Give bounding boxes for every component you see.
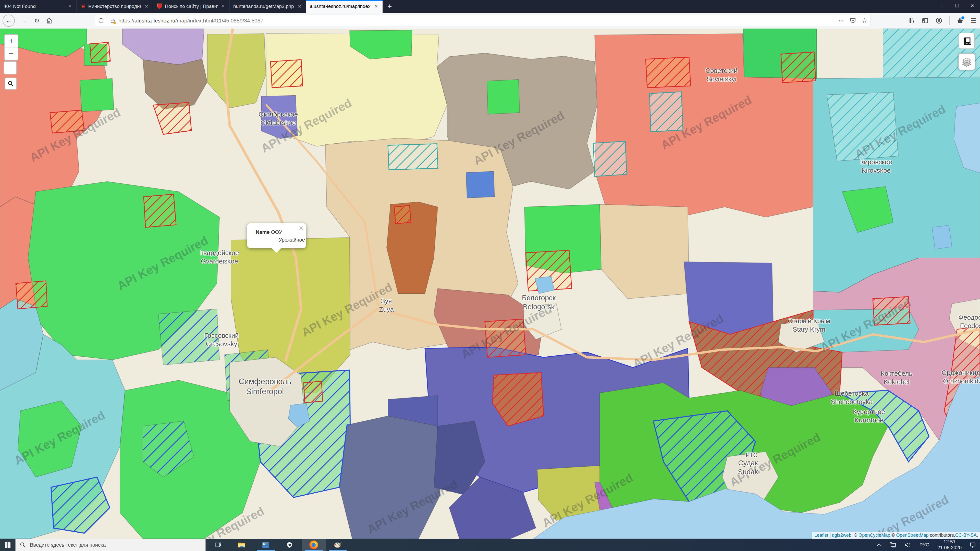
action-center-icon: [970, 542, 976, 548]
map-city-label: РТС: [746, 451, 758, 459]
paint-palette-icon: [334, 541, 342, 549]
license-link[interactable]: CC-BY-SA: [955, 533, 977, 538]
notification-dot: [961, 16, 964, 19]
speaker-icon: [905, 542, 912, 548]
tab-close-icon[interactable]: ✕: [144, 3, 149, 10]
popup-content: Name ООУ Урожайное: [247, 223, 306, 244]
map-city-label: ОктябрьскоеOktiabrskoe: [259, 110, 298, 127]
layers-control-button[interactable]: [958, 53, 975, 70]
layers-icon: [962, 57, 972, 67]
tab-title: министерство природных рес: [88, 3, 141, 9]
popup-field-value2: Урожайное: [256, 236, 306, 244]
search-icon: [7, 80, 14, 87]
gear-icon: [286, 541, 293, 548]
paint-taskbar-button[interactable]: [326, 539, 350, 551]
tab-close-icon[interactable]: ✕: [297, 3, 302, 10]
measure-control-button[interactable]: [959, 33, 975, 49]
firefox-taskbar-button[interactable]: [302, 539, 326, 551]
windows-taskbar: Введите здесь текст для поиска РУС 12:51…: [0, 539, 980, 551]
map-city-label: Старый КрымStary Krym: [788, 317, 830, 333]
popup-field-label: Name: [256, 229, 269, 235]
measure-ruler-icon: [963, 37, 971, 45]
map-city-label: ГвардейскоеGvardeiskoe: [200, 249, 239, 265]
leaflet-map[interactable]: API Key RequiredAPI Key RequiredAPI Key …: [0, 29, 980, 539]
tab-hunterlands[interactable]: hunterlands.ru/getMap2.php ✕: [230, 0, 306, 13]
tab-site-search[interactable]: Поиск по сайту | Правительст ✕: [153, 0, 230, 13]
map-city-label: ГрэсовскийGresovsky: [204, 331, 239, 348]
tab-close-icon[interactable]: ✕: [220, 3, 226, 10]
settings-button[interactable]: [278, 539, 302, 551]
map-city-label: КоктебельKoktebel: [881, 369, 912, 386]
library-icon[interactable]: [908, 17, 915, 24]
feature-popup[interactable]: ✕ Name ООУ Урожайное: [247, 223, 306, 248]
chevron-up-icon: [877, 543, 882, 547]
browser-nav-toolbar: ← → ↻ https://alushta-leshoz.ru/map/inde…: [0, 13, 980, 29]
app-blue-tile-button[interactable]: [254, 539, 278, 551]
new-tab-button[interactable]: +: [383, 0, 396, 13]
home-button[interactable]: [46, 17, 52, 24]
start-button[interactable]: [0, 539, 15, 551]
search-control-button[interactable]: [5, 78, 17, 90]
back-button[interactable]: ←: [3, 14, 15, 27]
map-regions-svg[interactable]: [0, 29, 980, 539]
map-city-label: КурортноеKurortnoe: [853, 408, 885, 424]
yandex-favicon-icon: Я: [80, 3, 86, 9]
page-actions-icon[interactable]: •••: [838, 19, 844, 23]
popup-close-button[interactable]: ✕: [299, 225, 304, 232]
popup-tail: [272, 248, 281, 253]
tab-title: hunterlands.ru/getMap2.php: [233, 3, 294, 9]
account-icon[interactable]: [935, 17, 942, 24]
language-indicator[interactable]: РУС: [915, 539, 933, 551]
taskbar-search-placeholder: Введите здесь текст для поиска: [30, 542, 106, 548]
zoom-out-button[interactable]: −: [5, 48, 18, 60]
action-center-button[interactable]: [966, 539, 980, 551]
task-view-button[interactable]: [206, 539, 230, 551]
file-explorer-button[interactable]: [230, 539, 254, 551]
volume-tray-button[interactable]: [900, 539, 915, 551]
map-attribution: Leaflet | qgis2web, © OpenCycleMap,© Ope…: [812, 532, 980, 539]
hamburger-menu-icon[interactable]: ☰: [970, 17, 977, 25]
task-view-icon: [215, 541, 221, 548]
minimize-button[interactable]: ─: [934, 3, 950, 9]
taskbar-search-input[interactable]: Введите здесь текст для поиска: [15, 539, 206, 551]
tab-title: Поиск по сайту | Правительст: [165, 3, 218, 9]
tab-alushta-leshoz-active[interactable]: alushta-leshoz.ru/map/index.html ✕: [306, 0, 383, 13]
url-text: https://alushta-leshoz.ru/map/index.html…: [118, 17, 838, 24]
map-city-label: КировскоеKirovskoe: [860, 158, 892, 175]
tab-title: alushta-leshoz.ru/map/index.html: [310, 3, 371, 9]
qgis2web-link[interactable]: qgis2web: [832, 533, 851, 538]
zoom-in-button[interactable]: +: [5, 35, 18, 48]
windows-logo-icon: [5, 542, 11, 548]
opencyclemap-link[interactable]: OpenCycleMap: [859, 533, 890, 538]
openstreetmap-link[interactable]: OpenStreetMap: [896, 533, 929, 538]
map-city-label: ЩебетовкаShchebetovka: [831, 389, 873, 406]
legend-toggle-button[interactable]: [3, 61, 17, 75]
search-icon: [20, 542, 26, 548]
close-window-button[interactable]: ✕: [965, 3, 980, 9]
reload-button[interactable]: ↻: [34, 17, 39, 24]
map-city-label: ФеодосияFeodosia: [958, 313, 980, 330]
pocket-icon[interactable]: [850, 17, 856, 24]
tab-title: 404 Not Found: [3, 3, 65, 9]
tab-close-icon[interactable]: ✕: [373, 3, 379, 10]
maximize-button[interactable]: ☐: [950, 3, 965, 9]
tab-close-icon[interactable]: ✕: [67, 3, 73, 10]
popup-field-value: ООУ: [271, 229, 282, 235]
map-city-label: СудакSudak: [738, 458, 758, 476]
tab-404-not-found[interactable]: 404 Not Found ✕: [0, 0, 76, 13]
tray-expand-button[interactable]: [873, 539, 886, 551]
taskbar-clock[interactable]: 12:51 21.08.2020: [933, 539, 966, 551]
map-city-label: ОрджоникидзеOrdzhonikidze: [942, 368, 980, 385]
leaflet-link[interactable]: Leaflet: [815, 533, 828, 538]
browser-tab-bar: 404 Not Found ✕ Я министерство природных…: [0, 0, 980, 13]
window-controls: ─ ☐ ✕: [934, 0, 980, 12]
network-tray-button[interactable]: [886, 539, 900, 551]
forward-button[interactable]: →: [21, 17, 27, 24]
url-bar[interactable]: https://alushta-leshoz.ru/map/index.html…: [95, 15, 871, 26]
bookmark-star-icon[interactable]: ☆: [862, 17, 867, 25]
tracking-shield-icon: [98, 17, 104, 24]
sidebar-icon[interactable]: [922, 17, 928, 24]
network-icon: [890, 542, 897, 548]
screen: { "browser": { "tabs": [ {"title":"404 N…: [0, 0, 980, 551]
tab-ministry[interactable]: Я министерство природных рес ✕: [76, 0, 153, 13]
